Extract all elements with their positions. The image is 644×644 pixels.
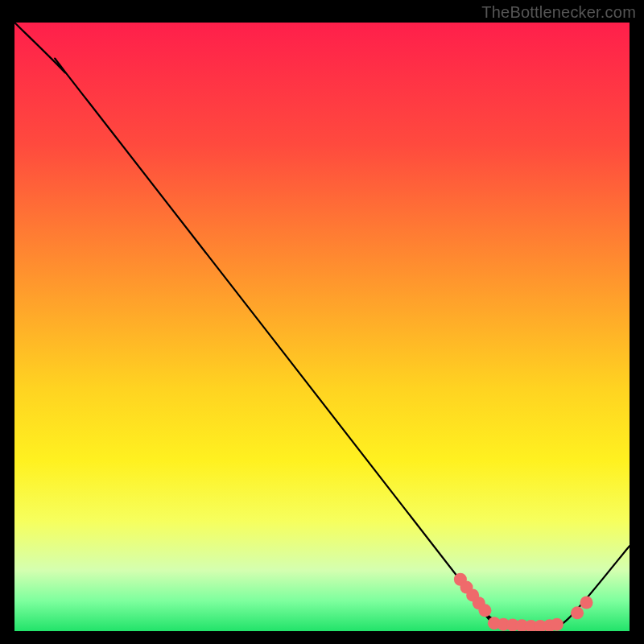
watermark-text: TheBottlenecker.com	[481, 3, 636, 22]
data-point-marker	[571, 606, 584, 619]
bottleneck-chart	[14, 23, 630, 631]
chart-frame: TheBottlenecker.com	[0, 0, 644, 644]
chart-background	[14, 23, 630, 631]
data-point-marker	[551, 618, 564, 631]
chart-svg	[14, 23, 630, 631]
data-point-marker	[580, 596, 593, 609]
data-point-marker	[478, 604, 491, 617]
